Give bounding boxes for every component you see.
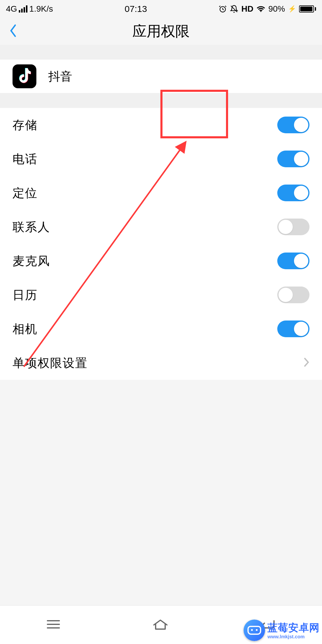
permission-toggle-microphone[interactable]: [277, 253, 309, 269]
permission-label: 日历: [13, 287, 38, 303]
permission-toggle-contacts[interactable]: [277, 219, 309, 235]
wifi-icon: [256, 5, 265, 13]
permission-toggle-calendar[interactable]: [277, 287, 309, 303]
watermark-logo-icon: [244, 620, 265, 641]
settings-label: 单项权限设置: [13, 355, 88, 371]
page-title: 应用权限: [0, 22, 322, 41]
status-right: HD 90% ⚡: [219, 4, 316, 14]
status-time: 07:13: [125, 4, 147, 14]
permission-row-microphone: 麦克风: [0, 244, 322, 278]
signal-icon: [19, 5, 27, 13]
individual-permission-settings[interactable]: 单项权限设置: [0, 346, 322, 380]
permission-row-phone: 电话: [0, 142, 322, 176]
permission-row-location: 定位: [0, 176, 322, 210]
alarm-icon: [219, 5, 227, 13]
chevron-right-icon: [304, 357, 309, 369]
permission-label: 相机: [13, 321, 38, 337]
network-speed: 1.9K/s: [29, 4, 53, 14]
permission-row-calendar: 日历: [0, 278, 322, 312]
battery-percent: 90%: [268, 4, 285, 14]
permission-row-camera: 相机: [0, 312, 322, 346]
hd-indicator: HD: [241, 4, 253, 14]
permission-label: 电话: [13, 151, 38, 167]
app-header-row: 抖音: [0, 60, 322, 93]
network-type: 4G: [6, 4, 17, 14]
bell-mute-icon: [230, 5, 238, 13]
watermark-title: 蓝莓安卓网: [267, 621, 320, 635]
permission-label: 麦克风: [13, 253, 50, 269]
watermark-text: 蓝莓安卓网 www.lmkjst.com: [267, 621, 320, 640]
status-bar: 4G 1.9K/s 07:13 HD 90% ⚡: [0, 0, 322, 18]
section-gap: [0, 93, 322, 108]
charging-icon: ⚡: [288, 5, 296, 13]
permission-toggle-camera[interactable]: [277, 321, 309, 337]
permission-toggle-location[interactable]: [277, 185, 309, 201]
battery-icon: [299, 5, 316, 13]
watermark: 蓝莓安卓网 www.lmkjst.com: [244, 620, 320, 641]
permission-label: 存储: [13, 117, 38, 133]
recents-button[interactable]: [46, 618, 61, 631]
section-gap: [0, 45, 322, 60]
tiktok-icon: [17, 68, 32, 85]
permission-row-contacts: 联系人: [0, 210, 322, 244]
permission-row-storage: 存储: [0, 108, 322, 142]
app-name-label: 抖音: [48, 68, 72, 85]
permission-label: 定位: [13, 185, 38, 201]
permission-toggle-storage[interactable]: [277, 117, 309, 133]
nav-header: 应用权限: [0, 18, 322, 45]
permission-label: 联系人: [13, 219, 50, 235]
watermark-url: www.lmkjst.com: [267, 634, 320, 640]
app-icon-douyin: [13, 64, 36, 88]
permission-toggle-phone[interactable]: [277, 151, 309, 167]
back-button[interactable]: [9, 24, 17, 39]
home-button[interactable]: [152, 618, 169, 632]
chevron-left-icon: [9, 24, 17, 38]
permission-list: 存储 电话 定位 联系人 麦克风 日历 相机 单项权限设置: [0, 108, 322, 380]
status-left: 4G 1.9K/s: [6, 4, 53, 14]
